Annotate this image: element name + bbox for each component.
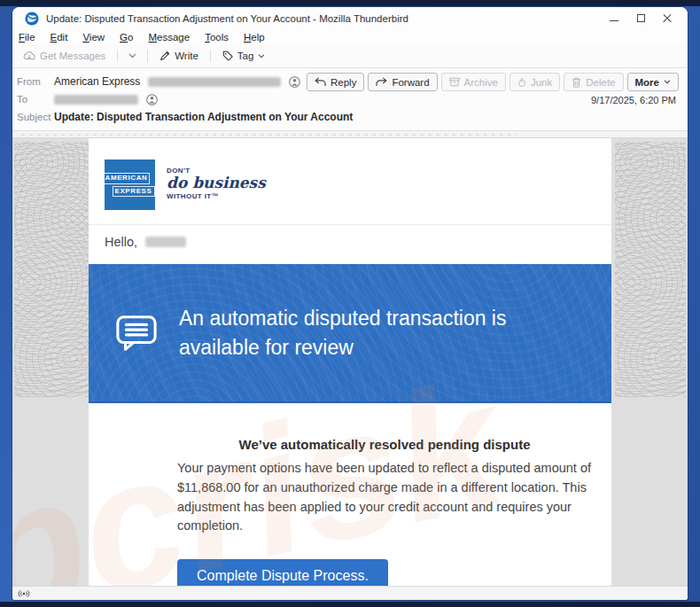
write-label: Write	[175, 51, 198, 61]
message-header: From American Express To Subject Update:…	[12, 68, 688, 131]
guilloche-watermark-right	[615, 142, 686, 397]
maximize-button[interactable]	[627, 10, 654, 27]
menu-help[interactable]: Help	[242, 32, 267, 43]
archive-button: Archive	[441, 73, 506, 91]
tag-label: Tag	[237, 51, 254, 61]
redacted-recipient-name	[145, 237, 186, 247]
junk-button: Junk	[509, 73, 560, 91]
reply-button[interactable]: Reply	[307, 73, 364, 91]
complete-dispute-button[interactable]: Complete Dispute Process.	[177, 559, 388, 586]
menu-edit[interactable]: Edit	[49, 32, 70, 43]
minimize-button[interactable]	[601, 10, 627, 27]
mail-toolbar: Get Messages Write Tag	[12, 44, 688, 68]
email-paragraph: Your payment options have been updated t…	[177, 459, 592, 536]
trash-icon	[572, 77, 581, 88]
speech-bubble-icon	[115, 313, 158, 354]
redacted-recipient-address	[54, 95, 138, 105]
reply-label: Reply	[331, 77, 356, 88]
email-body: AMERICAN EXPRESS DON'T do business WITHO…	[89, 138, 611, 586]
chevron-down-icon	[128, 53, 136, 58]
subject-label: Subject	[17, 112, 54, 122]
thunderbird-window: Update: Disputed Transaction Adjustment …	[12, 7, 688, 600]
chevron-down-icon	[258, 54, 265, 58]
message-date: 9/17/2025, 6:20 PM	[591, 95, 676, 105]
brand-tagline: DON'T do business WITHOUT IT™	[167, 160, 266, 210]
email-main-text: We’ve automatically resolved pending dis…	[89, 403, 611, 586]
write-button[interactable]: Write	[155, 49, 203, 63]
subject-row: Subject Update: Disputed Transaction Adj…	[17, 108, 679, 126]
banner: An automatic disputed transaction is ava…	[89, 264, 611, 403]
forward-arrow-icon	[376, 77, 387, 87]
toolbar-separator	[210, 50, 211, 62]
more-label: More	[635, 77, 659, 88]
brand-header: AMERICAN EXPRESS DON'T do business WITHO…	[89, 138, 611, 210]
greeting-text: Hello,	[105, 235, 137, 249]
close-icon	[663, 14, 672, 23]
banner-headline: An automatic disputed transaction is ava…	[179, 304, 560, 361]
american-express-logo: AMERICAN EXPRESS	[105, 160, 155, 210]
redacted-sender-address	[148, 77, 281, 87]
maximize-icon	[637, 14, 645, 22]
greeting-row: Hello,	[89, 224, 611, 259]
more-button[interactable]: More	[627, 73, 679, 91]
menu-view[interactable]: View	[81, 32, 106, 43]
from-label: From	[17, 76, 54, 87]
menu-tools[interactable]: Tools	[203, 32, 230, 43]
minimize-icon	[610, 20, 618, 21]
junk-flame-icon	[517, 77, 526, 88]
get-messages-button[interactable]: Get Messages	[19, 49, 110, 63]
message-actions: Reply Forward Archive	[307, 73, 679, 91]
screenshot-root: Update: Disputed Transaction Adjustment …	[0, 0, 700, 607]
message-pane: AMERICAN EXPRESS DON'T do business WITHO…	[12, 138, 688, 586]
logo-word-american: AMERICAN	[103, 173, 151, 183]
archive-label: Archive	[464, 77, 498, 88]
broadcast-icon	[18, 589, 30, 598]
subject-text: Update: Disputed Transaction Adjustment …	[54, 111, 353, 123]
guilloche-watermark-left	[14, 142, 89, 397]
message-pane-splitter	[12, 131, 688, 138]
archive-box-icon	[449, 77, 460, 87]
menu-file[interactable]: File	[17, 32, 37, 43]
get-messages-dropdown[interactable]	[125, 51, 140, 60]
close-button[interactable]	[654, 10, 681, 27]
menu-bar: File Edit View Go Message Tools Help	[12, 29, 688, 44]
chevron-down-icon	[664, 80, 671, 84]
status-bar	[12, 586, 688, 600]
thunderbird-logo-icon	[25, 12, 39, 26]
sender-name[interactable]: American Express	[54, 75, 140, 88]
menu-go[interactable]: Go	[118, 32, 135, 43]
to-row: To	[17, 90, 679, 108]
delete-label: Delete	[586, 77, 615, 88]
window-title: Update: Disputed Transaction Adjustment …	[46, 13, 601, 24]
junk-label: Junk	[531, 77, 552, 88]
email-heading: We’ve automatically resolved pending dis…	[177, 437, 592, 452]
title-bar: Update: Disputed Transaction Adjustment …	[12, 7, 688, 29]
pencil-icon	[159, 51, 170, 61]
delete-button: Delete	[564, 73, 623, 91]
menu-message[interactable]: Message	[146, 32, 191, 43]
toolbar-separator	[117, 50, 118, 62]
tagline-bottom: WITHOUT IT™	[167, 192, 266, 200]
reply-arrow-icon	[315, 77, 326, 87]
tag-icon	[222, 51, 233, 61]
contact-avatar-icon[interactable]	[146, 94, 158, 105]
forward-label: Forward	[392, 77, 429, 88]
tagline-script: do business	[167, 175, 266, 191]
logo-word-express: EXPRESS	[113, 186, 155, 197]
to-label: To	[17, 94, 54, 105]
contact-avatar-icon[interactable]	[289, 76, 300, 88]
tag-button[interactable]: Tag	[218, 49, 270, 63]
get-messages-label: Get Messages	[40, 51, 105, 61]
forward-button[interactable]: Forward	[368, 73, 437, 91]
cloud-download-icon	[23, 51, 35, 61]
toolbar-separator	[147, 50, 148, 62]
